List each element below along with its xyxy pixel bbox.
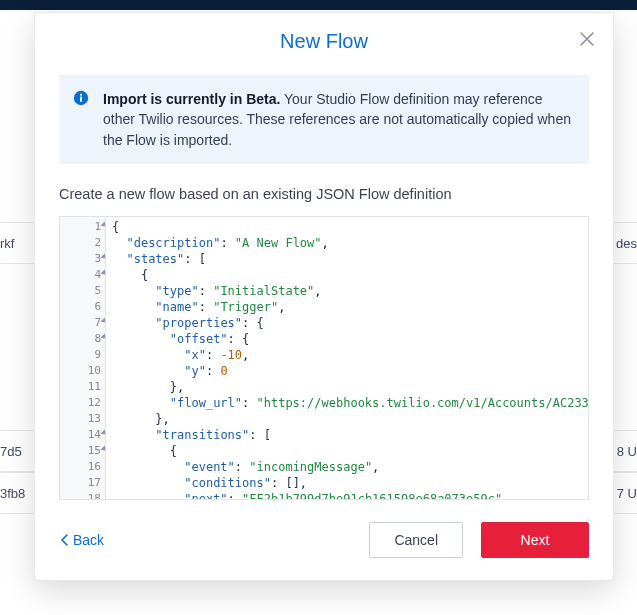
bg-text: 3fb8 bbox=[0, 486, 25, 501]
bg-text: 8 U bbox=[617, 444, 637, 459]
gutter-line: 7 bbox=[60, 315, 105, 331]
gutter-line: 15 bbox=[60, 443, 105, 459]
alert-text: Import is currently in Beta. Your Studio… bbox=[103, 89, 573, 150]
close-button[interactable] bbox=[575, 27, 599, 51]
gutter-line: 18 bbox=[60, 491, 105, 500]
gutter-line: 8 bbox=[60, 331, 105, 347]
next-button[interactable]: Next bbox=[481, 522, 589, 558]
code-line[interactable]: "name": "Trigger", bbox=[112, 299, 588, 315]
gutter-line: 17 bbox=[60, 475, 105, 491]
bg-text: 7d5 bbox=[0, 444, 22, 459]
bg-text: 7 U bbox=[617, 486, 637, 501]
bg-text: des bbox=[616, 236, 637, 251]
code-line[interactable]: "states": [ bbox=[112, 251, 588, 267]
next-label: Next bbox=[521, 532, 550, 548]
info-icon bbox=[73, 90, 89, 106]
chevron-left-icon bbox=[59, 534, 71, 546]
gutter-line: 2 bbox=[60, 235, 105, 251]
code-line[interactable]: }, bbox=[112, 379, 588, 395]
cancel-button[interactable]: Cancel bbox=[369, 522, 463, 558]
code-line[interactable]: "conditions": [], bbox=[112, 475, 588, 491]
code-line[interactable]: { bbox=[112, 219, 588, 235]
code-line[interactable]: "x": -10, bbox=[112, 347, 588, 363]
gutter-line: 3 bbox=[60, 251, 105, 267]
code-line[interactable]: "next": "FF2b1b799d7be91cb161598e68a073e… bbox=[112, 491, 588, 499]
editor-code[interactable]: { "description": "A New Flow", "states":… bbox=[106, 217, 588, 499]
code-line[interactable]: "y": 0 bbox=[112, 363, 588, 379]
code-line[interactable]: "offset": { bbox=[112, 331, 588, 347]
new-flow-modal: New Flow Import is currently in Beta. Yo… bbox=[34, 12, 614, 581]
modal-title: New Flow bbox=[280, 30, 368, 53]
back-button[interactable]: Back bbox=[59, 532, 104, 548]
modal-header: New Flow bbox=[35, 13, 613, 69]
gutter-line: 4 bbox=[60, 267, 105, 283]
gutter-line: 9 bbox=[60, 347, 105, 363]
code-line[interactable]: "description": "A New Flow", bbox=[112, 235, 588, 251]
code-line[interactable]: { bbox=[112, 267, 588, 283]
back-label: Back bbox=[73, 532, 104, 548]
gutter-line: 1 bbox=[60, 219, 105, 235]
svg-rect-1 bbox=[80, 97, 82, 102]
modal-footer: Back Cancel Next bbox=[35, 500, 613, 580]
code-line[interactable]: "event": "incomingMessage", bbox=[112, 459, 588, 475]
alert-strong: Import is currently in Beta. bbox=[103, 91, 280, 107]
beta-alert: Import is currently in Beta. Your Studio… bbox=[59, 75, 589, 164]
svg-rect-2 bbox=[80, 94, 82, 96]
code-line[interactable]: "properties": { bbox=[112, 315, 588, 331]
code-line[interactable]: "transitions": [ bbox=[112, 427, 588, 443]
code-line[interactable]: "flow_url": "https://webhooks.twilio.com… bbox=[112, 395, 588, 411]
code-line[interactable]: { bbox=[112, 443, 588, 459]
app-topbar bbox=[0, 0, 637, 10]
gutter-line: 11 bbox=[60, 379, 105, 395]
modal-subtitle: Create a new flow based on an existing J… bbox=[59, 186, 589, 202]
code-line[interactable]: }, bbox=[112, 411, 588, 427]
modal-body: Import is currently in Beta. Your Studio… bbox=[35, 75, 613, 500]
json-editor[interactable]: 123456789101112131415161718 { "descripti… bbox=[59, 216, 589, 500]
gutter-line: 13 bbox=[60, 411, 105, 427]
code-line[interactable]: "type": "InitialState", bbox=[112, 283, 588, 299]
gutter-line: 12 bbox=[60, 395, 105, 411]
gutter-line: 14 bbox=[60, 427, 105, 443]
gutter-line: 10 bbox=[60, 363, 105, 379]
bg-text: rkf bbox=[0, 236, 14, 251]
gutter-line: 6 bbox=[60, 299, 105, 315]
editor-gutter: 123456789101112131415161718 bbox=[60, 217, 106, 499]
close-icon bbox=[579, 31, 595, 47]
gutter-line: 16 bbox=[60, 459, 105, 475]
gutter-line: 5 bbox=[60, 283, 105, 299]
cancel-label: Cancel bbox=[394, 532, 438, 548]
